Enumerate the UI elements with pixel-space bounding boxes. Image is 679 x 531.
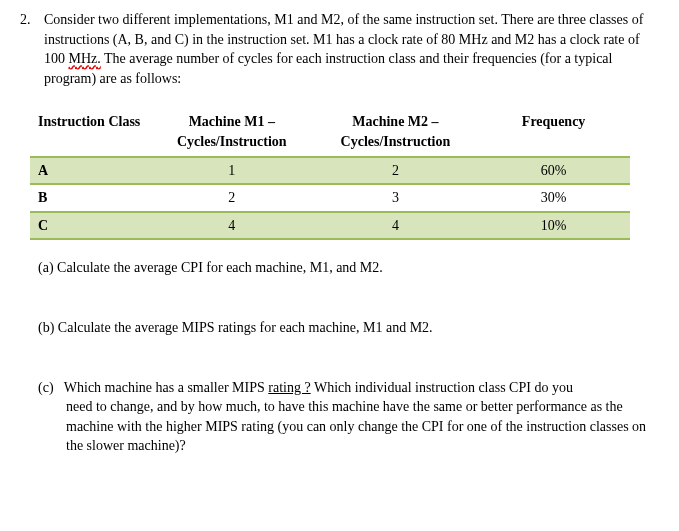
cpi-table: Instruction Class Machine M1 – Cycles/In… — [30, 108, 630, 240]
header-freq: Frequency — [477, 108, 630, 156]
cell-class: A — [30, 157, 150, 185]
cell-class: C — [30, 212, 150, 240]
cell-m2: 4 — [314, 212, 478, 240]
cell-m1: 4 — [150, 212, 314, 240]
part-b-text: Calculate the average MIPS ratings for e… — [58, 320, 433, 335]
cell-m1: 1 — [150, 157, 314, 185]
part-a-label: (a) — [38, 260, 54, 275]
problem-intro: 2. Consider two different implementation… — [20, 10, 659, 88]
part-a-text: Calculate the average CPI for each machi… — [57, 260, 383, 275]
part-c-rating: rating ? — [268, 380, 310, 395]
cell-freq: 60% — [477, 157, 630, 185]
cell-m1: 2 — [150, 184, 314, 212]
problem-text: Consider two different implementations, … — [44, 10, 659, 88]
part-a: (a) Calculate the average CPI for each m… — [38, 258, 659, 278]
intro-text-2: The average number of cycles for each in… — [44, 51, 612, 86]
problem-number: 2. — [20, 10, 44, 88]
cell-m2: 3 — [314, 184, 478, 212]
table-row: B 2 3 30% — [30, 184, 630, 212]
cell-freq: 30% — [477, 184, 630, 212]
header-class: Instruction Class — [30, 108, 150, 156]
part-b-label: (b) — [38, 320, 54, 335]
part-c-body: need to change, and by how much, to have… — [66, 397, 659, 456]
cell-freq: 10% — [477, 212, 630, 240]
part-c-label: (c) — [38, 380, 54, 395]
part-c-text-2-inline: Which individual instruction class CPI d… — [311, 380, 573, 395]
cell-class: B — [30, 184, 150, 212]
header-m2: Machine M2 – Cycles/Instruction — [314, 108, 478, 156]
part-b: (b) Calculate the average MIPS ratings f… — [38, 318, 659, 338]
header-m1: Machine M1 – Cycles/Instruction — [150, 108, 314, 156]
intro-mhz: MHz. — [69, 51, 101, 66]
cell-m2: 2 — [314, 157, 478, 185]
table-header-row: Instruction Class Machine M1 – Cycles/In… — [30, 108, 630, 156]
part-c: (c) Which machine has a smaller MIPS rat… — [38, 378, 659, 456]
table-row: A 1 2 60% — [30, 157, 630, 185]
part-c-text-1: Which machine has a smaller MIPS — [64, 380, 269, 395]
table-row: C 4 4 10% — [30, 212, 630, 240]
